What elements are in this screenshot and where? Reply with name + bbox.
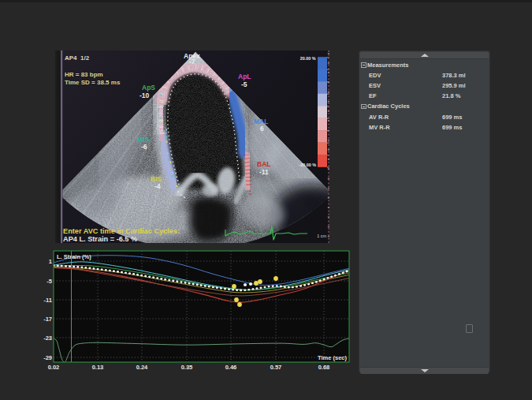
svg-text:0.46: 0.46 [225,364,237,371]
svg-text:0.24: 0.24 [136,364,148,371]
svg-text:-17: -17 [43,316,52,323]
svg-text:AP4 1/2: AP4 1/2 [65,54,90,62]
svg-text:0.02: 0.02 [48,364,60,371]
svg-text:BAL: BAL [257,160,270,168]
svg-text:0.35: 0.35 [181,364,193,371]
svg-text:6: 6 [260,125,264,133]
svg-text:-11: -11 [259,168,269,176]
svg-text:0.68: 0.68 [318,364,330,371]
svg-text:0.13: 0.13 [92,364,104,371]
svg-text:ApS: ApS [142,84,155,92]
svg-text:-10: -10 [140,92,150,99]
svg-text:Enter AVC time in Cardiac Cycl: Enter AVC time in Cardiac Cycles: [63,227,180,235]
svg-text:1: 1 [49,258,52,265]
svg-text:-11: -11 [44,297,52,304]
svg-text:HR = 83 bpm: HR = 83 bpm [65,71,103,78]
svg-text:-6: -6 [141,143,147,151]
svg-text:-20.00 %: -20.00 % [299,163,316,167]
svg-text:Time SD = 38.5 ms: Time SD = 38.5 ms [65,79,121,86]
svg-text:-4: -4 [154,182,161,190]
svg-text:-7: -7 [189,58,195,65]
svg-text:-5: -5 [241,80,247,88]
svg-text:0.57: 0.57 [270,364,282,371]
svg-text:-5: -5 [47,278,52,285]
svg-text:-23: -23 [43,335,52,342]
svg-text:Time (sec): Time (sec) [318,354,347,361]
svg-text:20.00 %: 20.00 % [300,56,316,61]
svg-text:ApL: ApL [238,73,251,80]
svg-text:L. Strain (%): L. Strain (%) [57,253,91,260]
svg-text:-29: -29 [43,354,52,361]
